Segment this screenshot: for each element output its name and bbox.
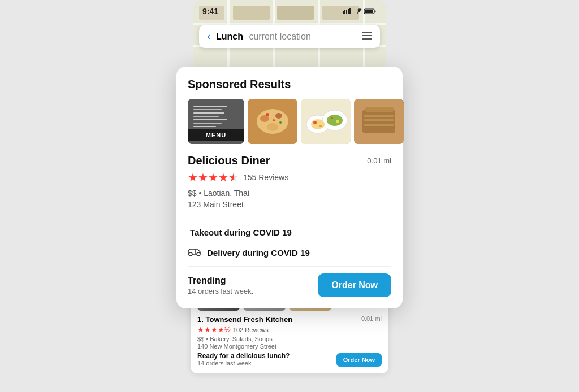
- svg-rect-17: [348, 9, 349, 14]
- bg-order-now-button[interactable]: Order Now: [336, 353, 382, 367]
- svg-rect-29: [193, 112, 224, 114]
- menu-label: MENU: [188, 129, 244, 141]
- restaurant-distance: 0.01 mi: [367, 156, 391, 165]
- star-1: ★: [188, 171, 198, 184]
- bg-reviews: 102 Reviews: [233, 326, 269, 333]
- svg-point-40: [279, 121, 282, 124]
- gallery-image-4[interactable]: [354, 99, 404, 144]
- gallery-image-1[interactable]: MENU: [188, 99, 244, 144]
- status-icons: [343, 8, 377, 14]
- svg-point-50: [336, 120, 339, 123]
- trending-sub: 14 orders last week.: [188, 287, 253, 295]
- svg-point-45: [311, 119, 325, 129]
- takeout-text: Takeout during COVID 19: [188, 228, 292, 237]
- review-count: 155 Reviews: [243, 173, 288, 182]
- svg-rect-56: [364, 124, 394, 126]
- svg-point-49: [331, 117, 333, 119]
- sponsored-title: Sponsored Results: [188, 78, 391, 91]
- bg-address: 140 New Montgomery Street: [197, 343, 382, 350]
- star-4: ★: [218, 171, 228, 184]
- svg-point-37: [275, 113, 282, 119]
- rating-row: ★ ★ ★ ★ ★★ 155 Reviews: [188, 171, 391, 184]
- svg-rect-21: [375, 11, 376, 12]
- divider-1: [188, 217, 391, 217]
- svg-rect-32: [193, 123, 222, 124]
- svg-point-58: [197, 252, 200, 256]
- sponsored-card: Sponsored Results MENU: [176, 67, 403, 308]
- svg-point-57: [189, 252, 192, 256]
- svg-point-41: [273, 119, 275, 121]
- svg-rect-23: [362, 32, 372, 33]
- search-keyword: Lunch: [216, 32, 243, 41]
- svg-rect-18: [349, 8, 351, 14]
- svg-point-39: [266, 113, 269, 116]
- restaurant-meta: $$ • Laotian, Thai: [188, 189, 391, 198]
- svg-point-48: [319, 125, 322, 127]
- status-time: 9:41: [202, 7, 218, 16]
- trending-section: Trending 14 orders last week. Order Now: [188, 266, 391, 297]
- svg-point-19: [357, 12, 358, 14]
- svg-rect-15: [344, 10, 345, 14]
- search-text: Lunch current location: [216, 32, 311, 42]
- bg-restaurant-name: 1. Townsend Fresh Kitchen: [197, 315, 292, 324]
- svg-rect-14: [343, 11, 344, 14]
- restaurant-address: 123 Main Street: [188, 200, 391, 209]
- svg-rect-54: [364, 115, 394, 117]
- bg-distance: 0.01 mi: [361, 315, 382, 324]
- list-view-icon[interactable]: [362, 32, 372, 42]
- svg-rect-25: [362, 38, 372, 40]
- takeout-feature: Takeout during COVID 19: [188, 223, 391, 242]
- star-2: ★: [198, 171, 208, 184]
- svg-rect-53: [365, 107, 394, 112]
- back-button[interactable]: ‹: [207, 31, 210, 42]
- order-now-button[interactable]: Order Now: [318, 273, 391, 297]
- gallery-image-3[interactable]: [301, 99, 351, 144]
- svg-rect-24: [362, 35, 372, 36]
- svg-rect-33: [193, 126, 216, 127]
- star-rating: ★ ★ ★ ★ ★★: [188, 171, 239, 184]
- star-3: ★: [208, 171, 218, 184]
- gallery-image-2[interactable]: [248, 99, 297, 144]
- delivery-icon: [188, 246, 201, 259]
- delivery-feature: Delivery during COVID 19: [188, 242, 391, 264]
- star-5-half: ★★: [228, 171, 239, 184]
- svg-rect-27: [193, 106, 227, 107]
- svg-rect-30: [193, 116, 219, 117]
- svg-rect-16: [346, 10, 347, 14]
- restaurant-name: Delicious Diner: [188, 154, 270, 167]
- svg-point-38: [267, 123, 278, 131]
- search-location: current location: [249, 32, 310, 41]
- trending-label: Trending: [188, 276, 253, 286]
- trending-info: Trending 14 orders last week.: [188, 276, 253, 295]
- delivery-text: Delivery during COVID 19: [207, 248, 310, 258]
- svg-point-46: [327, 115, 343, 126]
- svg-rect-55: [364, 119, 394, 121]
- svg-point-47: [313, 121, 317, 124]
- image-gallery: MENU: [188, 99, 391, 144]
- svg-rect-28: [193, 109, 222, 110]
- svg-rect-31: [193, 119, 227, 120]
- restaurant-header: Delicious Diner 0.01 mi: [188, 154, 391, 167]
- bg-meta: $$ • Bakery, Salads, Soups: [197, 336, 382, 342]
- svg-rect-22: [365, 10, 373, 13]
